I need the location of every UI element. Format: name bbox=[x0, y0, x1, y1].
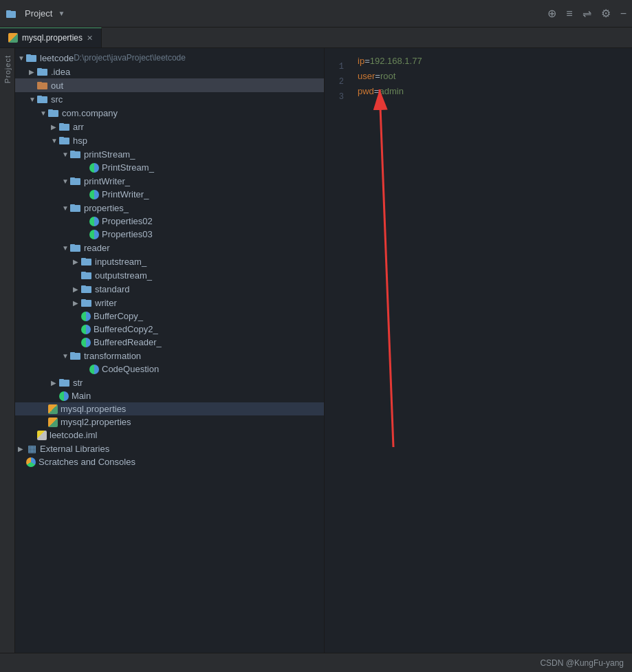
code-lines[interactable]: ip=192.168.1.77 user=root pwd=admin bbox=[352, 54, 632, 110]
folder-icon-blue bbox=[48, 107, 59, 118]
tree-label: mysql.properties bbox=[61, 404, 126, 414]
tree-item-printstream[interactable]: printStream_ bbox=[15, 147, 324, 161]
folder-icon-orange bbox=[37, 80, 48, 91]
tree-item-main[interactable]: Main bbox=[15, 389, 324, 402]
tree-label: out bbox=[51, 80, 63, 91]
tree-item-arr[interactable]: arr bbox=[15, 120, 324, 133]
dropdown-icon[interactable]: ▼ bbox=[58, 10, 65, 17]
folder-icon-blue bbox=[70, 350, 81, 361]
tree-label: leetcode bbox=[40, 53, 74, 63]
tree-item-transformation[interactable]: transformation bbox=[15, 349, 324, 362]
file-tree[interactable]: leetcode D:\project\javaProject\leetcode… bbox=[15, 48, 325, 653]
tree-item-hsp[interactable]: hsp bbox=[15, 133, 324, 147]
tree-item-bufferedcopy2[interactable]: BufferedCopy2_ bbox=[15, 323, 324, 336]
folder-icon-blue bbox=[81, 297, 92, 308]
tree-item-printstream-class[interactable]: PrintStream_ bbox=[15, 161, 324, 174]
tree-item-scratches[interactable]: Scratches and Consoles bbox=[15, 455, 324, 468]
folder-icon-blue bbox=[37, 94, 48, 105]
java-icon bbox=[81, 325, 91, 334]
tree-item-properties02[interactable]: Properties02 bbox=[15, 215, 324, 228]
folder-icon-blue bbox=[37, 66, 48, 77]
tree-item-printwriter-class[interactable]: PrintWriter_ bbox=[15, 188, 324, 201]
tree-label: .idea bbox=[51, 67, 70, 77]
svg-rect-21 bbox=[70, 204, 75, 206]
editor-content: 1 2 3 ip=192.168.1.77 user=root pwd=admi… bbox=[325, 48, 632, 116]
line-num-2: 2 bbox=[339, 74, 344, 89]
tree-item-printwriter[interactable]: printWriter_ bbox=[15, 174, 324, 188]
project-label[interactable]: Project bbox=[25, 8, 52, 19]
tree-label: Properties03 bbox=[102, 229, 153, 239]
tree-item-leetcode-iml[interactable]: leetcode.iml bbox=[15, 429, 324, 442]
properties-icon bbox=[48, 418, 58, 427]
align-icon[interactable]: ≡ bbox=[566, 8, 572, 20]
tab-bar: mysql.properties ✕ bbox=[0, 28, 632, 48]
tab-close-icon[interactable]: ✕ bbox=[87, 34, 93, 43]
tree-item-mysql-properties[interactable]: mysql.properties bbox=[15, 402, 324, 415]
tree-item-com-company[interactable]: com.company bbox=[15, 106, 324, 120]
tab-file-icon bbox=[8, 33, 18, 43]
tree-item-src[interactable]: src bbox=[15, 92, 324, 106]
tree-item-codequestion[interactable]: CodeQuestion bbox=[15, 362, 324, 376]
arrow-icon bbox=[51, 137, 59, 144]
layout-icon[interactable]: ⇌ bbox=[582, 7, 591, 20]
tree-item-buffercopy[interactable]: BufferCopy_ bbox=[15, 310, 324, 323]
svg-rect-35 bbox=[59, 379, 64, 381]
java-icon bbox=[89, 230, 99, 239]
tree-label: PrintWriter_ bbox=[102, 189, 149, 199]
arrow-icon bbox=[73, 258, 81, 265]
svg-rect-1 bbox=[6, 10, 11, 12]
line-numbers: 1 2 3 bbox=[325, 54, 352, 110]
tree-label: properties_ bbox=[84, 203, 129, 213]
svg-rect-11 bbox=[48, 109, 53, 111]
tree-item-out[interactable]: out bbox=[15, 78, 324, 92]
tab-mysql-properties[interactable]: mysql.properties ✕ bbox=[0, 28, 102, 47]
scratches-icon bbox=[26, 457, 36, 467]
java-icon bbox=[89, 163, 99, 173]
svg-rect-15 bbox=[59, 137, 64, 139]
tree-label: leetcode.iml bbox=[50, 430, 97, 440]
editor-area: 1 2 3 ip=192.168.1.77 user=root pwd=admi… bbox=[325, 48, 632, 653]
tree-item-reader[interactable]: reader bbox=[15, 241, 324, 254]
tree-label: standard bbox=[95, 284, 130, 294]
tree-item-bufferedreader[interactable]: BufferedReader_ bbox=[15, 336, 324, 349]
java-icon bbox=[89, 190, 99, 199]
code-line-2: user=root bbox=[358, 69, 632, 84]
svg-rect-33 bbox=[70, 352, 75, 354]
tree-label: printStream_ bbox=[84, 149, 135, 160]
svg-rect-5 bbox=[37, 68, 42, 70]
tree-label: printWriter_ bbox=[84, 176, 130, 186]
tree-item-mysql2-properties[interactable]: mysql2.properties bbox=[15, 415, 324, 429]
svg-line-37 bbox=[380, 89, 393, 447]
target-icon[interactable]: ⊕ bbox=[547, 7, 556, 20]
tree-item-properties[interactable]: properties_ bbox=[15, 201, 324, 215]
minimize-icon[interactable]: − bbox=[620, 8, 626, 20]
tree-label: reader bbox=[84, 243, 110, 253]
svg-rect-31 bbox=[81, 299, 86, 301]
bottom-bar: CSDN @KungFu-yang bbox=[0, 653, 632, 672]
tree-label: Scratches and Consoles bbox=[39, 457, 135, 467]
arrow-icon bbox=[18, 54, 26, 62]
ext-libraries-icon: ▦ bbox=[26, 443, 37, 454]
tree-item-properties03[interactable]: Properties03 bbox=[15, 228, 324, 241]
tree-item-inputstream[interactable]: inputstream_ bbox=[15, 254, 324, 268]
arrow-icon bbox=[62, 204, 70, 212]
tree-label: str bbox=[73, 378, 83, 388]
tree-item-writer[interactable]: writer bbox=[15, 296, 324, 310]
gear-icon[interactable]: ⚙ bbox=[601, 7, 611, 20]
tree-item-standard[interactable]: standard bbox=[15, 282, 324, 296]
tree-item-idea[interactable]: .idea bbox=[15, 65, 324, 78]
svg-rect-7 bbox=[37, 82, 42, 84]
tree-item-str[interactable]: str bbox=[15, 376, 324, 389]
sidebar-panel-label: Project bbox=[0, 48, 15, 653]
tree-item-leetcode[interactable]: leetcode D:\project\javaProject\leetcode bbox=[15, 51, 324, 65]
val-pwd: admin bbox=[379, 86, 403, 96]
svg-rect-3 bbox=[26, 54, 31, 56]
java-icon bbox=[89, 365, 99, 374]
folder-icon-blue bbox=[81, 283, 92, 294]
folder-icon-blue bbox=[70, 149, 81, 160]
arrow-icon bbox=[73, 285, 81, 293]
tree-item-external-libs[interactable]: ▦ External Libraries bbox=[15, 442, 324, 455]
svg-rect-25 bbox=[81, 258, 86, 260]
tree-item-outputstream[interactable]: outputstream_ bbox=[15, 268, 324, 282]
folder-icon-blue bbox=[59, 377, 70, 388]
